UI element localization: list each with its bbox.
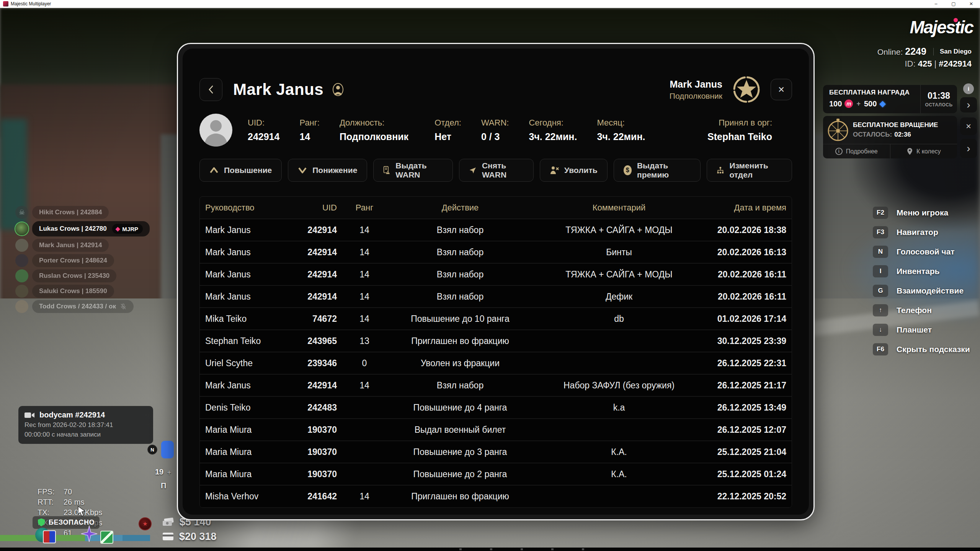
document-warning-icon <box>383 165 390 175</box>
hud-fragment-letter: П <box>161 481 166 490</box>
keybind-row: F3 Навигатор <box>873 225 970 239</box>
player-avatar <box>15 222 28 235</box>
log-uid: 242914 <box>296 219 345 241</box>
log-name: Mark Janus <box>200 219 296 241</box>
log-row: Mark Janus 242914 14 Взял набор ТЯЖКА + … <box>200 219 792 241</box>
log-uid: 190370 <box>296 441 345 463</box>
log-rank: 14 <box>345 263 384 285</box>
close-modal-button[interactable]: × <box>771 79 792 100</box>
gem-badge-icon: ◆ <box>116 225 120 232</box>
key-badge: F2 <box>873 207 888 219</box>
player-name: Saluki Crows | 185590 <box>39 287 107 295</box>
reward-open-chevron[interactable]: › <box>960 97 977 112</box>
keybind-hints: F2 Меню игрока F3 Навигатор N Голосовой … <box>873 206 970 362</box>
log-uid: 243965 <box>296 330 345 352</box>
player-row: Lukas Crows | 242780 ◆MJRP <box>15 221 150 236</box>
spin-timer-label: ОСТАЛОСЬ: <box>853 131 892 138</box>
wheel-icon <box>823 118 853 142</box>
give-bonus-button[interactable]: $ Выдать премию <box>614 159 701 182</box>
promote-button[interactable]: Повышение <box>199 159 282 182</box>
log-name: Denis Teiko <box>200 396 296 419</box>
maximize-button[interactable]: ▢ <box>945 0 962 8</box>
bank-amount: $20 318 <box>179 531 217 543</box>
profile-field: Должность: Подполковник <box>340 118 408 142</box>
key-badge: N <box>873 246 888 258</box>
keybind-row: F2 Меню игрока <box>873 206 970 220</box>
log-comment: К.А. <box>537 463 701 485</box>
log-action: Приглашен во фракцию <box>384 485 537 507</box>
player-avatar <box>15 285 28 298</box>
log-rank: 0 <box>345 352 384 374</box>
window-title: Majestic Multiplayer <box>11 1 51 7</box>
keybind-label: Инвентарь <box>897 267 939 276</box>
reward-title: БЕСПЛАТНАЯ НАГРАДА <box>829 89 920 96</box>
keybind-row: ↑ Телефон <box>873 303 970 317</box>
free-spin-panel[interactable]: БЕСПЛАТНОЕ ВРАЩЕНИЕ ОСТАЛОСЬ:02:36 i Под… <box>823 116 957 158</box>
server-name: San Diego <box>933 48 972 55</box>
remove-warn-button[interactable]: Снять WARN <box>459 159 534 182</box>
log-datetime: 20.02.2026 16:11 <box>701 285 792 308</box>
majestic-logo: Majestic <box>910 17 973 37</box>
go-to-wheel-button[interactable]: К колесу <box>890 144 957 158</box>
keybind-row: ↓ Планшет <box>873 323 970 337</box>
player-id-row: ID: 425 | #242914 <box>905 59 972 69</box>
voice-player-list: ☠ Hikit Crows | 242884 ◆ Lukas Crows | 2… <box>15 206 150 315</box>
key-badge: I <box>873 265 888 277</box>
online-label: Online: <box>877 47 903 56</box>
log-comment <box>537 352 701 374</box>
player-avatar <box>15 300 28 313</box>
log-uid: 239346 <box>296 352 345 374</box>
minimize-button[interactable]: – <box>927 0 945 8</box>
flag-mod-icon <box>43 530 56 543</box>
close-window-button[interactable]: ✕ <box>962 0 980 8</box>
spin-open-chevron[interactable]: › <box>960 139 977 158</box>
log-rank: 13 <box>345 330 384 352</box>
log-row: Mark Janus 242914 14 Взял набор Дефик 20… <box>200 285 792 308</box>
demote-button[interactable]: Понижение <box>288 159 367 182</box>
log-row: Maria Miura 190370 Повышение до 2 ранга … <box>200 463 792 485</box>
key-badge: F6 <box>873 343 888 355</box>
log-comment <box>537 330 701 352</box>
profile-field: Сегодня: 3ч. 22мин. <box>529 118 577 142</box>
log-uid: 190370 <box>296 419 345 441</box>
online-count: 2249 <box>905 46 926 57</box>
log-uid: 242483 <box>296 396 345 419</box>
server-id: 425 <box>918 59 932 68</box>
mouse-cursor <box>77 506 87 517</box>
log-action: Взял набор <box>384 285 537 308</box>
change-department-button[interactable]: Изменить отдел <box>707 159 792 182</box>
member-profile-modal: Mark Janus Mark Janus Подполковник <box>177 43 815 520</box>
key-badge: ↑ <box>873 304 888 316</box>
keybind-row: I Инвентарь <box>873 264 970 278</box>
keybind-label: Меню игрока <box>897 208 948 217</box>
person-remove-icon <box>550 166 559 175</box>
spin-details-button[interactable]: i Подробнее <box>823 144 890 158</box>
free-reward-panel[interactable]: БЕСПЛАТНАЯ НАГРАДА 100 m + 500 ◆ 01:38 О… <box>823 85 957 113</box>
player-row: Mark Janus | 242914 ◆ <box>15 239 150 252</box>
spin-close-button[interactable]: × <box>960 117 977 135</box>
log-action: Выдал военный билет <box>384 419 537 441</box>
log-datetime: 20.02.2026 16:13 <box>701 241 792 263</box>
keybind-label: Навигатор <box>897 228 938 237</box>
reward-coins-amount: 100 <box>829 99 842 108</box>
log-comment: k.a <box>537 396 701 419</box>
reward-info-icon[interactable]: i <box>963 83 974 94</box>
log-rank: 14 <box>345 308 384 330</box>
log-row: Stephan Teiko 243965 13 Приглашен во фра… <box>200 330 792 352</box>
log-row: Mark Janus 242914 14 Взял набор ТЯЖКА + … <box>200 263 792 285</box>
player-badge: ◆MJRP <box>112 224 143 234</box>
hud-fragment-plus: + <box>167 468 172 477</box>
fire-button[interactable]: Уволить <box>540 159 608 182</box>
bodycam-elapsed-line: 00:00:00 с начала записи <box>24 431 147 439</box>
log-action: Взял набор <box>384 219 537 241</box>
log-row: Maria Miura 190370 Выдал военный билет 2… <box>200 419 792 441</box>
chevron-down-icon <box>298 167 307 174</box>
log-datetime: 25.12.2025 01:24 <box>701 463 792 485</box>
player-row: Ruslan Crows | 235430 ◆ <box>15 269 150 282</box>
log-row: Uriel Scythe 239346 0 Уволен из фракции … <box>200 352 792 374</box>
give-warn-button[interactable]: Выдать WARN <box>373 159 453 182</box>
log-column-header: UID <box>296 197 345 219</box>
log-name: Maria Miura <box>200 419 296 441</box>
player-name: Lukas Crows | 242780 <box>39 225 107 233</box>
back-button[interactable] <box>199 78 222 101</box>
